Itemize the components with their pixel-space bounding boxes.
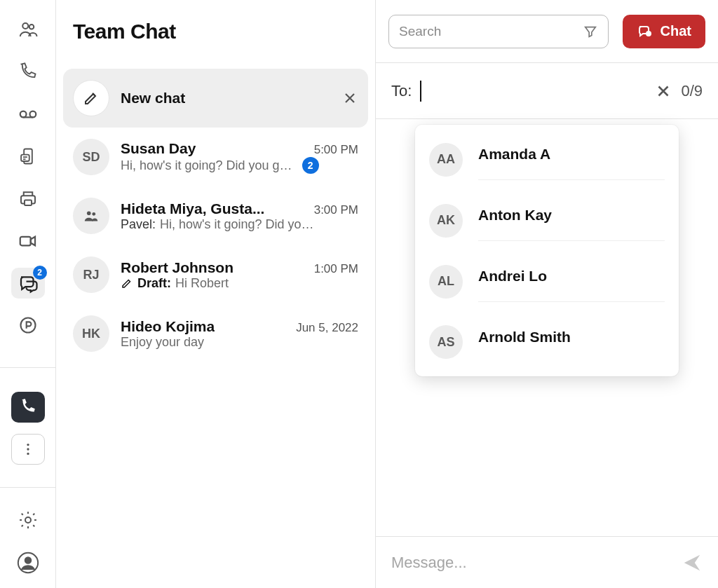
search-input[interactable] (399, 24, 583, 39)
svg-point-2 (20, 111, 26, 117)
unread-badge: 2 (302, 157, 319, 174)
draft-icon (121, 277, 133, 289)
conversation-preview: Enjoy your day (121, 335, 204, 350)
conversation-item[interactable]: SD Susan Day 5:00 PM Hi, how's it going?… (63, 128, 368, 186)
avatar: HK (73, 315, 109, 352)
conversation-time: 3:00 PM (314, 203, 358, 217)
fax-icon[interactable] (11, 183, 45, 214)
park-icon[interactable] (11, 310, 45, 341)
settings-icon[interactable] (11, 505, 45, 535)
conversation-name: Hideo Kojima (121, 318, 215, 335)
avatar: SD (73, 139, 109, 175)
suggestion-name: Anton Kay (478, 200, 665, 241)
conversation-name: New chat (121, 90, 185, 107)
contacts-icon[interactable] (11, 14, 45, 45)
suggestion-name: Andrei Lo (478, 261, 665, 302)
toolbar: Chat (376, 0, 718, 63)
svg-point-3 (29, 111, 36, 117)
svg-point-16 (87, 211, 91, 215)
conversation-item[interactable]: Hideta Miya, Gusta... 3:00 PM Pavel: Hi,… (63, 186, 368, 245)
draft-label: Draft: (137, 276, 171, 291)
to-label: To: (391, 82, 412, 100)
message-input[interactable] (391, 554, 670, 572)
phone-icon[interactable] (11, 56, 45, 87)
text-caret (420, 81, 421, 102)
svg-rect-7 (25, 200, 32, 206)
page-title: Team Chat (73, 20, 176, 43)
svg-point-15 (25, 557, 31, 563)
suggestion-name: Arnold Smith (478, 322, 665, 362)
conversation-preview: Hi, how's it going? Did yo… (160, 217, 314, 232)
conversation-item[interactable]: RJ Robert Johnson 1:00 PM Draft: Hi Robe… (63, 245, 368, 304)
rail-separator-bottom (0, 487, 55, 488)
chat-icon[interactable]: 2 (11, 268, 45, 299)
video-icon[interactable] (11, 225, 45, 256)
conversation-time: 5:00 PM (314, 143, 358, 157)
conversation-preview: Hi Robert (175, 276, 229, 291)
header: Team Chat (56, 0, 375, 63)
conversation-name: Hideta Miya, Gusta... (121, 200, 264, 217)
svg-point-11 (27, 448, 29, 450)
svg-point-18 (646, 31, 651, 36)
new-chat-button[interactable]: Chat (623, 15, 705, 48)
avatar: AA (429, 143, 463, 177)
voicemail-icon[interactable] (11, 99, 45, 130)
rail-separator (0, 367, 55, 368)
svg-point-9 (20, 318, 35, 333)
compose-panel: Chat To: 0/9 AA Amanda A AK Anton Kay AL… (376, 0, 718, 588)
chat-unread-badge: 2 (33, 266, 47, 280)
chat-bubble-icon (637, 23, 653, 40)
dialpad-button[interactable] (11, 392, 45, 423)
filter-icon[interactable] (583, 24, 598, 39)
sms-icon[interactable] (11, 141, 45, 172)
svg-point-17 (92, 212, 95, 216)
clear-icon[interactable] (654, 82, 672, 100)
conversation-new-chat[interactable]: New chat (63, 69, 368, 128)
recipient-suggestions: AA Amanda A AK Anton Kay AL Andrei Lo AS… (415, 125, 679, 376)
conversation-time: 1:00 PM (314, 262, 358, 276)
more-button[interactable] (11, 434, 45, 465)
conversation-preview: Hi, how's it going? Did you g… (121, 158, 292, 173)
suggestion-item[interactable]: AL Andrei Lo (415, 251, 679, 312)
chat-button-label: Chat (661, 23, 691, 39)
recipient-bar[interactable]: To: 0/9 (376, 63, 718, 119)
account-icon[interactable] (11, 547, 45, 578)
message-composer (376, 536, 718, 588)
group-icon (73, 198, 109, 234)
avatar: AL (429, 265, 463, 299)
svg-point-12 (27, 453, 29, 455)
compose-icon (73, 80, 109, 116)
conversation-list: New chat SD Susan Day 5:00 PM Hi, how's … (56, 63, 375, 363)
avatar: AS (429, 325, 463, 359)
svg-rect-8 (20, 236, 30, 245)
close-icon[interactable] (341, 90, 358, 107)
sender-prefix: Pavel: (121, 217, 156, 232)
suggestion-name: Amanda A (478, 139, 665, 180)
conversation-panel: Team Chat New chat SD (56, 0, 376, 588)
svg-point-13 (25, 517, 31, 523)
svg-point-0 (22, 23, 28, 29)
conversation-time: Jun 5, 2022 (296, 321, 358, 335)
conversation-name: Robert Johnson (121, 259, 233, 276)
svg-point-1 (29, 25, 34, 29)
avatar: RJ (73, 257, 109, 293)
send-icon[interactable] (682, 552, 703, 573)
svg-rect-5 (21, 155, 29, 161)
suggestion-item[interactable]: AA Amanda A (415, 129, 679, 190)
svg-point-10 (27, 444, 29, 446)
suggestion-item[interactable]: AK Anton Kay (415, 190, 679, 251)
recipient-counter: 0/9 (681, 82, 703, 100)
nav-rail: 2 (0, 0, 56, 588)
conversation-name: Susan Day (121, 140, 196, 157)
conversation-item[interactable]: HK Hideo Kojima Jun 5, 2022 Enjoy your d… (63, 304, 368, 363)
search-field[interactable] (388, 15, 609, 48)
avatar: AK (429, 204, 463, 238)
suggestion-item[interactable]: AS Arnold Smith (415, 312, 679, 372)
